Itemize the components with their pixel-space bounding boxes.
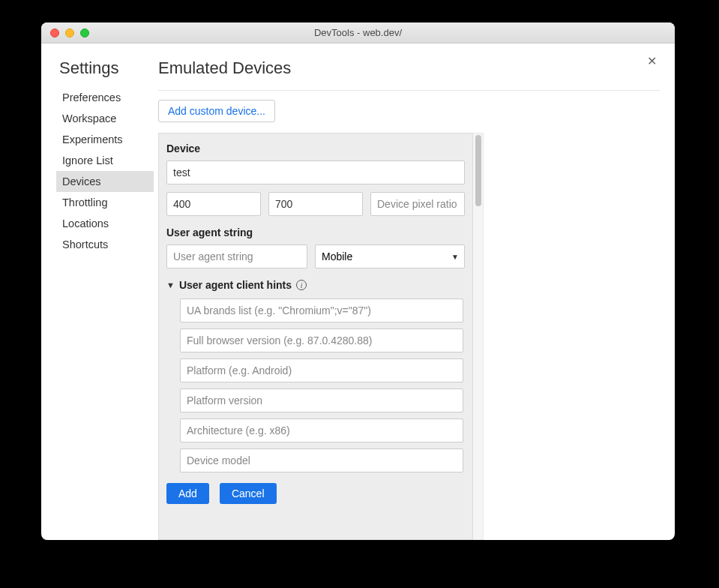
disclosure-icon: ▼	[166, 280, 175, 290]
device-section-label: Device	[166, 142, 465, 154]
full-browser-version-input[interactable]	[180, 328, 463, 352]
main-panel: Emulated Devices Add custom device... De…	[154, 58, 660, 540]
page-heading: Emulated Devices	[158, 58, 660, 91]
sidebar-item-experiments[interactable]: Experiments	[56, 129, 154, 150]
scrollbar[interactable]	[473, 133, 484, 540]
device-form-panel: Device User agent string Mobile	[158, 133, 473, 540]
ua-type-select[interactable]: Mobile	[315, 244, 465, 268]
client-hints-label: User agent client hints	[179, 279, 292, 291]
add-button[interactable]: Add	[166, 483, 209, 504]
sidebar-title: Settings	[56, 58, 154, 78]
platform-version-input[interactable]	[180, 388, 463, 412]
ua-brands-input[interactable]	[180, 298, 463, 322]
sidebar-item-throttling[interactable]: Throttling	[56, 192, 154, 213]
device-form-wrap: Device User agent string Mobile	[158, 133, 660, 540]
platform-input[interactable]	[180, 358, 463, 382]
window-title: DevTools - web.dev/	[41, 27, 675, 38]
sidebar-item-locations[interactable]: Locations	[56, 213, 154, 234]
device-name-input[interactable]	[166, 160, 465, 184]
titlebar: DevTools - web.dev/	[41, 22, 675, 44]
client-hints-header[interactable]: ▼ User agent client hints i	[166, 279, 465, 291]
client-hints-list	[166, 298, 465, 478]
ua-section-label: User agent string	[166, 226, 465, 238]
scrollbar-thumb[interactable]	[475, 135, 481, 206]
window-close-button[interactable]	[50, 28, 59, 38]
info-icon[interactable]: i	[296, 280, 307, 290]
sidebar-item-shortcuts[interactable]: Shortcuts	[56, 234, 154, 255]
close-icon[interactable]: ✕	[647, 54, 657, 68]
sidebar-item-workspace[interactable]: Workspace	[56, 108, 154, 129]
traffic-lights	[41, 28, 89, 38]
device-height-input[interactable]	[268, 192, 363, 216]
architecture-input[interactable]	[180, 418, 463, 442]
device-width-input[interactable]	[166, 192, 261, 216]
sidebar-item-ignore-list[interactable]: Ignore List	[56, 150, 154, 171]
sidebar-item-preferences[interactable]: Preferences	[56, 87, 154, 108]
window-maximize-button[interactable]	[80, 28, 89, 38]
device-pixel-ratio-input[interactable]	[370, 192, 465, 216]
add-custom-device-button[interactable]: Add custom device...	[158, 100, 275, 122]
ua-type-select-wrap: Mobile ▼	[315, 244, 465, 268]
settings-sidebar: Settings Preferences Workspace Experimen…	[56, 58, 154, 540]
content-area: ✕ Settings Preferences Workspace Experim…	[41, 44, 675, 540]
sidebar-item-devices[interactable]: Devices	[56, 171, 154, 192]
cancel-button[interactable]: Cancel	[220, 483, 277, 504]
window-minimize-button[interactable]	[65, 28, 74, 38]
app-window: DevTools - web.dev/ ✕ Settings Preferenc…	[41, 22, 675, 540]
user-agent-input[interactable]	[166, 244, 307, 268]
device-model-input[interactable]	[180, 448, 463, 472]
